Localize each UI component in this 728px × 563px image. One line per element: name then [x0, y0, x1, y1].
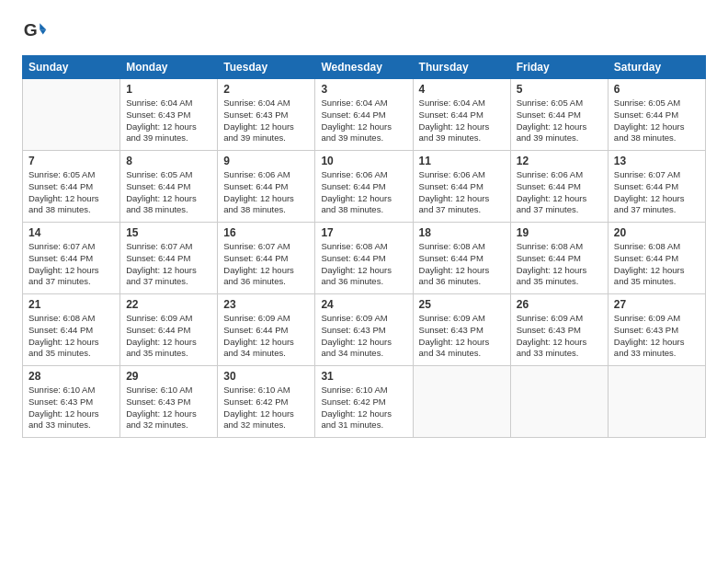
calendar-cell: 31Sunrise: 6:10 AM Sunset: 6:42 PM Dayli…: [315, 366, 413, 438]
calendar-cell: 4Sunrise: 6:04 AM Sunset: 6:44 PM Daylig…: [413, 79, 510, 151]
logo: G: [22, 18, 51, 44]
day-info: Sunrise: 6:08 AM Sunset: 6:44 PM Dayligh…: [28, 313, 114, 360]
calendar-cell: [608, 366, 705, 438]
day-info: Sunrise: 6:10 AM Sunset: 6:42 PM Dayligh…: [223, 385, 309, 431]
calendar-cell: 28Sunrise: 6:10 AM Sunset: 6:43 PM Dayli…: [23, 366, 120, 438]
day-info: Sunrise: 6:07 AM Sunset: 6:44 PM Dayligh…: [28, 241, 114, 288]
calendar-week-row: 28Sunrise: 6:10 AM Sunset: 6:43 PM Dayli…: [23, 366, 706, 438]
day-number: 18: [419, 226, 505, 239]
day-info: Sunrise: 6:08 AM Sunset: 6:44 PM Dayligh…: [321, 241, 406, 288]
weekday-header-wednesday: Wednesday: [315, 56, 413, 79]
calendar-cell: 1Sunrise: 6:04 AM Sunset: 6:43 PM Daylig…: [120, 79, 218, 151]
calendar-week-row: 14Sunrise: 6:07 AM Sunset: 6:44 PM Dayli…: [23, 223, 706, 294]
calendar-cell: 19Sunrise: 6:08 AM Sunset: 6:44 PM Dayli…: [510, 223, 608, 294]
day-info: Sunrise: 6:09 AM Sunset: 6:43 PM Dayligh…: [614, 313, 700, 360]
calendar-cell: 30Sunrise: 6:10 AM Sunset: 6:42 PM Dayli…: [218, 366, 315, 438]
day-number: 6: [614, 83, 700, 96]
calendar-week-row: 21Sunrise: 6:08 AM Sunset: 6:44 PM Dayli…: [23, 294, 706, 366]
calendar-cell: 14Sunrise: 6:07 AM Sunset: 6:44 PM Dayli…: [23, 223, 120, 294]
page: G SundayMondayTuesdayWednesdayThursdayFr…: [0, 0, 728, 563]
header: G: [22, 18, 706, 44]
logo-icon: G: [22, 18, 48, 44]
day-number: 5: [517, 83, 602, 96]
calendar-cell: 15Sunrise: 6:07 AM Sunset: 6:44 PM Dayli…: [120, 223, 218, 294]
weekday-header-tuesday: Tuesday: [218, 56, 315, 79]
calendar-cell: 3Sunrise: 6:04 AM Sunset: 6:44 PM Daylig…: [315, 79, 413, 151]
day-info: Sunrise: 6:08 AM Sunset: 6:44 PM Dayligh…: [517, 241, 602, 288]
day-number: 21: [28, 298, 114, 311]
weekday-header-thursday: Thursday: [413, 56, 510, 79]
day-info: Sunrise: 6:04 AM Sunset: 6:43 PM Dayligh…: [126, 98, 211, 144]
day-number: 4: [419, 83, 505, 96]
weekday-header-sunday: Sunday: [23, 56, 120, 79]
calendar-cell: 23Sunrise: 6:09 AM Sunset: 6:44 PM Dayli…: [218, 294, 315, 366]
day-info: Sunrise: 6:06 AM Sunset: 6:44 PM Dayligh…: [321, 169, 406, 216]
day-number: 26: [517, 298, 602, 311]
day-info: Sunrise: 6:09 AM Sunset: 6:43 PM Dayligh…: [419, 313, 505, 360]
day-number: 28: [28, 370, 114, 383]
weekday-header-friday: Friday: [510, 56, 608, 79]
calendar-cell: 25Sunrise: 6:09 AM Sunset: 6:43 PM Dayli…: [413, 294, 510, 366]
calendar-cell: 10Sunrise: 6:06 AM Sunset: 6:44 PM Dayli…: [315, 151, 413, 223]
calendar-cell: [23, 79, 120, 151]
day-number: 3: [321, 83, 406, 96]
day-info: Sunrise: 6:05 AM Sunset: 6:44 PM Dayligh…: [126, 169, 211, 216]
day-number: 19: [517, 226, 602, 239]
svg-text:G: G: [24, 20, 38, 40]
calendar-cell: 6Sunrise: 6:05 AM Sunset: 6:44 PM Daylig…: [608, 79, 705, 151]
calendar-cell: 9Sunrise: 6:06 AM Sunset: 6:44 PM Daylig…: [218, 151, 315, 223]
day-info: Sunrise: 6:04 AM Sunset: 6:44 PM Dayligh…: [321, 98, 406, 144]
day-number: 9: [223, 155, 309, 167]
day-info: Sunrise: 6:09 AM Sunset: 6:43 PM Dayligh…: [517, 313, 602, 360]
day-number: 8: [126, 155, 211, 167]
day-number: 7: [28, 155, 114, 167]
calendar-cell: 8Sunrise: 6:05 AM Sunset: 6:44 PM Daylig…: [120, 151, 218, 223]
calendar-cell: 12Sunrise: 6:06 AM Sunset: 6:44 PM Dayli…: [510, 151, 608, 223]
day-info: Sunrise: 6:07 AM Sunset: 6:44 PM Dayligh…: [223, 241, 309, 288]
day-number: 20: [614, 226, 700, 239]
calendar-cell: 22Sunrise: 6:09 AM Sunset: 6:44 PM Dayli…: [120, 294, 218, 366]
calendar-cell: 27Sunrise: 6:09 AM Sunset: 6:43 PM Dayli…: [608, 294, 705, 366]
calendar-week-row: 7Sunrise: 6:05 AM Sunset: 6:44 PM Daylig…: [23, 151, 706, 223]
day-info: Sunrise: 6:07 AM Sunset: 6:44 PM Dayligh…: [614, 169, 700, 216]
calendar-cell: 16Sunrise: 6:07 AM Sunset: 6:44 PM Dayli…: [218, 223, 315, 294]
calendar-week-row: 1Sunrise: 6:04 AM Sunset: 6:43 PM Daylig…: [23, 79, 706, 151]
day-number: 22: [126, 298, 211, 311]
day-info: Sunrise: 6:09 AM Sunset: 6:43 PM Dayligh…: [321, 313, 406, 360]
calendar-cell: 7Sunrise: 6:05 AM Sunset: 6:44 PM Daylig…: [23, 151, 120, 223]
day-info: Sunrise: 6:04 AM Sunset: 6:43 PM Dayligh…: [223, 98, 309, 144]
day-info: Sunrise: 6:10 AM Sunset: 6:43 PM Dayligh…: [126, 385, 211, 431]
day-info: Sunrise: 6:05 AM Sunset: 6:44 PM Dayligh…: [517, 98, 602, 144]
calendar-cell: 11Sunrise: 6:06 AM Sunset: 6:44 PM Dayli…: [413, 151, 510, 223]
day-info: Sunrise: 6:06 AM Sunset: 6:44 PM Dayligh…: [419, 169, 505, 216]
day-number: 10: [321, 155, 406, 167]
calendar-cell: 24Sunrise: 6:09 AM Sunset: 6:43 PM Dayli…: [315, 294, 413, 366]
calendar-table: SundayMondayTuesdayWednesdayThursdayFrid…: [22, 55, 706, 438]
day-info: Sunrise: 6:06 AM Sunset: 6:44 PM Dayligh…: [517, 169, 602, 216]
day-number: 25: [419, 298, 505, 311]
day-info: Sunrise: 6:07 AM Sunset: 6:44 PM Dayligh…: [126, 241, 211, 288]
calendar-cell: 18Sunrise: 6:08 AM Sunset: 6:44 PM Dayli…: [413, 223, 510, 294]
day-number: 31: [321, 370, 406, 383]
day-info: Sunrise: 6:08 AM Sunset: 6:44 PM Dayligh…: [614, 241, 700, 288]
calendar-cell: 13Sunrise: 6:07 AM Sunset: 6:44 PM Dayli…: [608, 151, 705, 223]
day-number: 16: [223, 226, 309, 239]
svg-marker-2: [40, 29, 46, 34]
day-info: Sunrise: 6:06 AM Sunset: 6:44 PM Dayligh…: [223, 169, 309, 216]
weekday-header-monday: Monday: [120, 56, 218, 79]
day-number: 14: [28, 226, 114, 239]
day-number: 24: [321, 298, 406, 311]
day-info: Sunrise: 6:04 AM Sunset: 6:44 PM Dayligh…: [419, 98, 505, 144]
calendar-cell: [413, 366, 510, 438]
day-info: Sunrise: 6:09 AM Sunset: 6:44 PM Dayligh…: [223, 313, 309, 360]
calendar-cell: 20Sunrise: 6:08 AM Sunset: 6:44 PM Dayli…: [608, 223, 705, 294]
day-number: 11: [419, 155, 505, 167]
weekday-header-row: SundayMondayTuesdayWednesdayThursdayFrid…: [23, 56, 706, 79]
day-number: 2: [223, 83, 309, 96]
day-info: Sunrise: 6:05 AM Sunset: 6:44 PM Dayligh…: [614, 98, 700, 144]
calendar-cell: 29Sunrise: 6:10 AM Sunset: 6:43 PM Dayli…: [120, 366, 218, 438]
calendar-cell: 5Sunrise: 6:05 AM Sunset: 6:44 PM Daylig…: [510, 79, 608, 151]
day-number: 27: [614, 298, 700, 311]
day-number: 30: [223, 370, 309, 383]
day-info: Sunrise: 6:10 AM Sunset: 6:42 PM Dayligh…: [321, 385, 406, 431]
